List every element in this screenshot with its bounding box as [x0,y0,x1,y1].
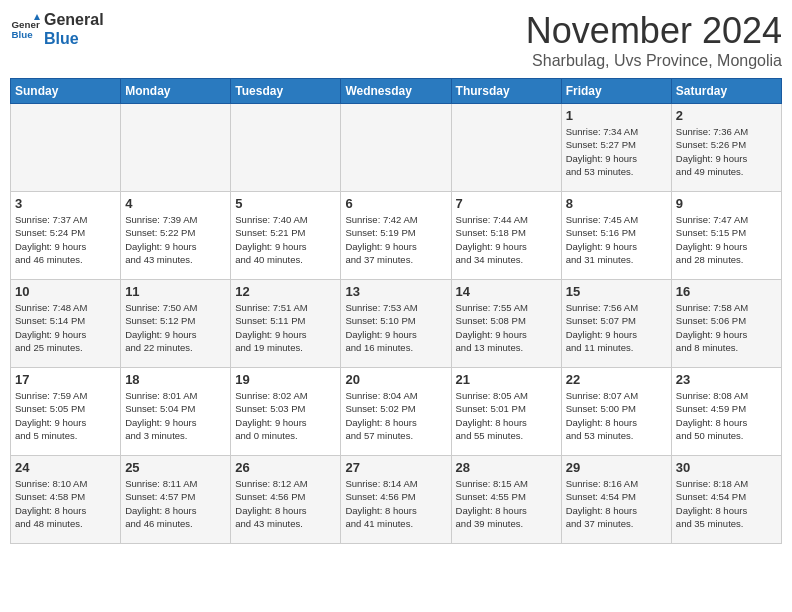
calendar-cell: 30Sunrise: 8:18 AM Sunset: 4:54 PM Dayli… [671,456,781,544]
location: Sharbulag, Uvs Province, Mongolia [526,52,782,70]
calendar-cell: 8Sunrise: 7:45 AM Sunset: 5:16 PM Daylig… [561,192,671,280]
day-number: 17 [15,372,116,387]
day-info: Sunrise: 7:50 AM Sunset: 5:12 PM Dayligh… [125,301,226,354]
calendar-cell: 6Sunrise: 7:42 AM Sunset: 5:19 PM Daylig… [341,192,451,280]
calendar-cell: 14Sunrise: 7:55 AM Sunset: 5:08 PM Dayli… [451,280,561,368]
day-number: 22 [566,372,667,387]
day-info: Sunrise: 7:51 AM Sunset: 5:11 PM Dayligh… [235,301,336,354]
day-header-saturday: Saturday [671,79,781,104]
day-info: Sunrise: 8:05 AM Sunset: 5:01 PM Dayligh… [456,389,557,442]
calendar-cell: 16Sunrise: 7:58 AM Sunset: 5:06 PM Dayli… [671,280,781,368]
calendar-cell: 7Sunrise: 7:44 AM Sunset: 5:18 PM Daylig… [451,192,561,280]
day-info: Sunrise: 8:04 AM Sunset: 5:02 PM Dayligh… [345,389,446,442]
day-number: 30 [676,460,777,475]
month-title: November 2024 [526,10,782,52]
calendar-table: SundayMondayTuesdayWednesdayThursdayFrid… [10,78,782,544]
day-number: 24 [15,460,116,475]
day-info: Sunrise: 7:55 AM Sunset: 5:08 PM Dayligh… [456,301,557,354]
day-info: Sunrise: 7:48 AM Sunset: 5:14 PM Dayligh… [15,301,116,354]
day-info: Sunrise: 8:01 AM Sunset: 5:04 PM Dayligh… [125,389,226,442]
day-header-thursday: Thursday [451,79,561,104]
day-info: Sunrise: 7:45 AM Sunset: 5:16 PM Dayligh… [566,213,667,266]
day-number: 3 [15,196,116,211]
day-info: Sunrise: 8:10 AM Sunset: 4:58 PM Dayligh… [15,477,116,530]
svg-text:General: General [12,19,41,30]
calendar-cell: 21Sunrise: 8:05 AM Sunset: 5:01 PM Dayli… [451,368,561,456]
calendar-cell: 1Sunrise: 7:34 AM Sunset: 5:27 PM Daylig… [561,104,671,192]
day-info: Sunrise: 7:40 AM Sunset: 5:21 PM Dayligh… [235,213,336,266]
day-info: Sunrise: 7:47 AM Sunset: 5:15 PM Dayligh… [676,213,777,266]
day-number: 10 [15,284,116,299]
day-number: 12 [235,284,336,299]
title-block: November 2024 Sharbulag, Uvs Province, M… [526,10,782,70]
logo-general: General [44,10,104,29]
calendar-cell: 12Sunrise: 7:51 AM Sunset: 5:11 PM Dayli… [231,280,341,368]
day-number: 9 [676,196,777,211]
day-number: 7 [456,196,557,211]
calendar-cell [231,104,341,192]
day-number: 2 [676,108,777,123]
calendar-cell: 20Sunrise: 8:04 AM Sunset: 5:02 PM Dayli… [341,368,451,456]
day-info: Sunrise: 8:16 AM Sunset: 4:54 PM Dayligh… [566,477,667,530]
day-number: 29 [566,460,667,475]
day-number: 27 [345,460,446,475]
calendar-cell: 11Sunrise: 7:50 AM Sunset: 5:12 PM Dayli… [121,280,231,368]
day-info: Sunrise: 7:56 AM Sunset: 5:07 PM Dayligh… [566,301,667,354]
day-number: 26 [235,460,336,475]
calendar-cell: 5Sunrise: 7:40 AM Sunset: 5:21 PM Daylig… [231,192,341,280]
day-info: Sunrise: 7:39 AM Sunset: 5:22 PM Dayligh… [125,213,226,266]
day-info: Sunrise: 8:18 AM Sunset: 4:54 PM Dayligh… [676,477,777,530]
day-number: 11 [125,284,226,299]
calendar-cell: 2Sunrise: 7:36 AM Sunset: 5:26 PM Daylig… [671,104,781,192]
day-number: 8 [566,196,667,211]
day-number: 20 [345,372,446,387]
day-number: 15 [566,284,667,299]
day-number: 13 [345,284,446,299]
day-info: Sunrise: 8:15 AM Sunset: 4:55 PM Dayligh… [456,477,557,530]
day-header-monday: Monday [121,79,231,104]
calendar-cell: 15Sunrise: 7:56 AM Sunset: 5:07 PM Dayli… [561,280,671,368]
calendar-cell: 17Sunrise: 7:59 AM Sunset: 5:05 PM Dayli… [11,368,121,456]
day-info: Sunrise: 7:53 AM Sunset: 5:10 PM Dayligh… [345,301,446,354]
calendar-cell: 26Sunrise: 8:12 AM Sunset: 4:56 PM Dayli… [231,456,341,544]
day-number: 14 [456,284,557,299]
day-number: 4 [125,196,226,211]
calendar-cell: 23Sunrise: 8:08 AM Sunset: 4:59 PM Dayli… [671,368,781,456]
day-number: 6 [345,196,446,211]
day-info: Sunrise: 7:59 AM Sunset: 5:05 PM Dayligh… [15,389,116,442]
day-number: 23 [676,372,777,387]
day-info: Sunrise: 7:36 AM Sunset: 5:26 PM Dayligh… [676,125,777,178]
logo-icon: General Blue [10,14,40,44]
day-info: Sunrise: 7:42 AM Sunset: 5:19 PM Dayligh… [345,213,446,266]
day-number: 21 [456,372,557,387]
day-info: Sunrise: 8:02 AM Sunset: 5:03 PM Dayligh… [235,389,336,442]
calendar-cell: 9Sunrise: 7:47 AM Sunset: 5:15 PM Daylig… [671,192,781,280]
calendar-cell: 29Sunrise: 8:16 AM Sunset: 4:54 PM Dayli… [561,456,671,544]
day-info: Sunrise: 8:08 AM Sunset: 4:59 PM Dayligh… [676,389,777,442]
day-info: Sunrise: 8:12 AM Sunset: 4:56 PM Dayligh… [235,477,336,530]
day-info: Sunrise: 7:34 AM Sunset: 5:27 PM Dayligh… [566,125,667,178]
day-header-friday: Friday [561,79,671,104]
day-number: 19 [235,372,336,387]
day-info: Sunrise: 8:07 AM Sunset: 5:00 PM Dayligh… [566,389,667,442]
day-number: 18 [125,372,226,387]
calendar-cell [121,104,231,192]
calendar-cell: 28Sunrise: 8:15 AM Sunset: 4:55 PM Dayli… [451,456,561,544]
logo-blue: Blue [44,29,104,48]
calendar-cell: 3Sunrise: 7:37 AM Sunset: 5:24 PM Daylig… [11,192,121,280]
calendar-cell: 27Sunrise: 8:14 AM Sunset: 4:56 PM Dayli… [341,456,451,544]
day-info: Sunrise: 7:58 AM Sunset: 5:06 PM Dayligh… [676,301,777,354]
calendar-cell [341,104,451,192]
calendar-cell: 19Sunrise: 8:02 AM Sunset: 5:03 PM Dayli… [231,368,341,456]
page-header: General Blue General Blue November 2024 … [10,10,782,70]
day-number: 28 [456,460,557,475]
day-header-wednesday: Wednesday [341,79,451,104]
calendar-cell: 10Sunrise: 7:48 AM Sunset: 5:14 PM Dayli… [11,280,121,368]
day-info: Sunrise: 7:37 AM Sunset: 5:24 PM Dayligh… [15,213,116,266]
calendar-cell [11,104,121,192]
day-number: 5 [235,196,336,211]
svg-text:Blue: Blue [12,29,34,40]
day-info: Sunrise: 8:14 AM Sunset: 4:56 PM Dayligh… [345,477,446,530]
day-info: Sunrise: 8:11 AM Sunset: 4:57 PM Dayligh… [125,477,226,530]
calendar-cell: 4Sunrise: 7:39 AM Sunset: 5:22 PM Daylig… [121,192,231,280]
